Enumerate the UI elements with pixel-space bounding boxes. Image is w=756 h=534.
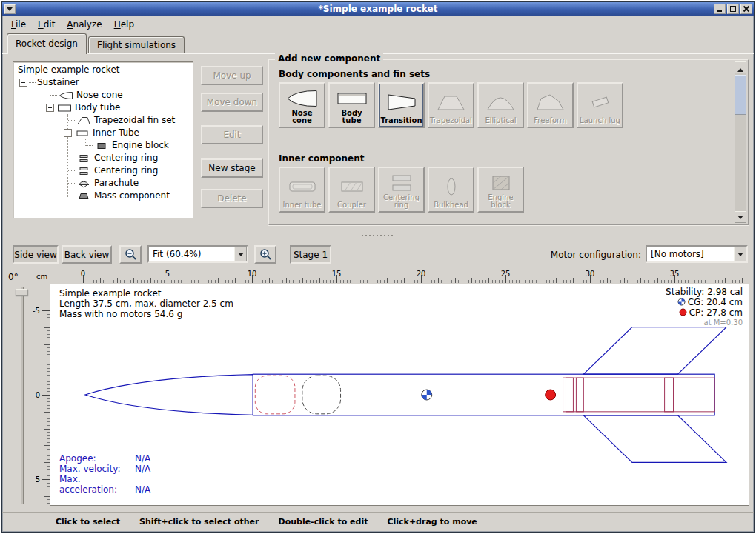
tree-item-rocket[interactable]: Simple example rocket [13,64,193,76]
tree-item-body-tube[interactable]: Body tube [13,101,193,114]
scroll-up-icon[interactable] [735,61,746,73]
tab-rocket-design[interactable]: Rocket design [7,33,87,54]
add-body-tube-button[interactable]: Body tube [328,82,375,128]
tree-connector [68,120,75,121]
rotation-slider-handle[interactable] [16,289,28,296]
tree-connector [68,196,75,196]
motor-configuration-select[interactable]: [No motors] [646,245,748,263]
inner-tube-assembly[interactable] [563,378,715,412]
max-acceleration-label: Max. acceleration: [59,474,135,495]
add-nose-cone-button[interactable]: Nose cone [279,82,325,128]
stage-1-toggle[interactable]: Stage 1 [290,245,331,264]
mass-component-shape[interactable] [302,376,341,414]
zoom-in-button[interactable] [254,245,276,264]
v-ruler-label: -5 [33,307,40,315]
inner-tube-icon [75,129,90,138]
zoom-out-icon [125,248,137,261]
tree-item-mass-component[interactable]: Mass component [13,190,193,202]
body-tube-icon [57,104,72,113]
collapse-icon[interactable] [46,104,54,112]
tree-item-centering-ring-1[interactable]: Centering ring [13,152,193,164]
inner-tube-icon [285,176,319,197]
menu-file[interactable]: File [5,17,32,32]
mach-condition: at M=0.30 [666,318,743,328]
tree-item-nose-cone[interactable]: Nose cone [13,89,193,101]
chevron-down-icon[interactable] [734,247,746,261]
close-button[interactable] [740,4,752,14]
apogee-label: Apogee: [59,453,135,464]
zoom-out-button[interactable] [119,245,142,264]
add-coupler-button: Coupler [328,167,375,213]
scroll-down-icon[interactable] [735,211,746,223]
apogee-value: N/A [135,453,150,464]
rocket-name: Simple example rocket [59,288,233,298]
add-freeform-fin-button: Freeform [527,82,574,128]
tree-connector [29,82,36,83]
centering-ring-icon [385,173,419,193]
menu-edit[interactable]: Edit [32,17,61,32]
collapse-icon[interactable] [19,79,27,87]
tree-item-fin-set[interactable]: Trapezoidal fin set [13,114,193,127]
title-bar[interactable]: *Simple example rocket [2,2,754,16]
lower-fin-shape[interactable] [583,415,726,463]
rotation-value: 0° [8,272,19,282]
chevron-down-icon[interactable] [234,247,247,261]
menu-help[interactable]: Help [108,17,140,32]
tree-item-engine-block[interactable]: Engine block [13,139,193,152]
maximize-button[interactable] [727,4,739,14]
tree-connector [68,170,75,171]
parachute-shape[interactable] [255,376,295,414]
menu-analyze[interactable]: Analyze [61,17,107,32]
h-ruler-label: 15 [332,270,342,278]
pane-splitter[interactable] [2,232,754,239]
rocket-canvas[interactable]: Simple example rocket Length 37.5 cm, ma… [50,284,749,506]
inner-component-section-label: Inner component [279,153,364,164]
scrollbar-thumb[interactable] [735,75,746,115]
upper-fin-shape[interactable] [583,327,726,375]
rocket-outline[interactable] [85,327,726,463]
inner-tube-shape[interactable] [563,378,715,412]
h-ruler-label: 5 [165,270,170,278]
add-transition-button[interactable]: Transition [378,82,425,128]
status-bar: Click to select Shift+click to select ot… [2,512,754,530]
zoom-level-select[interactable]: Fit (60.4%) [147,245,248,263]
rotation-slider[interactable] [21,287,24,504]
minimize-button[interactable] [714,4,726,14]
h-ruler-label: 10 [248,270,257,278]
launch-lug-icon [583,92,617,113]
nose-cone-shape[interactable] [85,375,253,415]
app-window: *Simple example rocket File Edit Analyze… [1,1,755,533]
rocket-view-area: 0° cm 0 5 10 15 20 25 30 35 -5 0 5 [2,269,754,512]
tree-actions: Move up Move down Edit New stage Delete [201,66,263,208]
collapse-icon[interactable] [64,129,72,137]
main-tabs: Rocket design Flight simulations [2,33,754,54]
body-tube-shape[interactable] [253,374,714,415]
cp-icon [679,308,687,316]
component-panel-scrollbar[interactable] [735,61,746,223]
splitter-grip-icon[interactable] [361,234,395,238]
tree-item-centering-ring-2[interactable]: Centering ring [13,164,193,177]
window-menu-icon[interactable] [4,4,16,14]
window-title: *Simple example rocket [2,2,754,16]
h-ruler-label: 0 [81,270,85,278]
cp-marker [546,390,556,400]
side-view-button[interactable]: Side view [13,245,59,264]
motor-configuration-label: Motor configuration: [551,250,641,260]
back-view-button[interactable]: Back view [62,245,112,264]
cg-marker [422,390,432,400]
tree-item-sustainer[interactable]: Sustainer [13,76,193,89]
new-stage-button[interactable]: New stage [201,158,263,178]
tree-connector [68,183,75,184]
add-elliptical-fin-button: Elliptical [477,82,524,128]
tab-flight-simulations[interactable]: Flight simulations [88,36,185,53]
tree-item-parachute[interactable]: Parachute [13,177,193,190]
freeform-fin-icon [534,92,568,113]
centering-ring-shape[interactable] [665,378,674,412]
engine-block-shape[interactable] [576,378,583,412]
add-launch-lug-button: Launch lug [577,82,623,128]
hint-shift-click: Shift+click to select other [139,517,259,527]
tree-item-inner-tube[interactable]: Inner Tube [13,127,193,139]
centering-ring-shape[interactable] [566,378,573,412]
nose-cone-icon [285,88,319,109]
component-tree[interactable]: Simple example rocket Sustainer Nose con… [13,61,193,218]
